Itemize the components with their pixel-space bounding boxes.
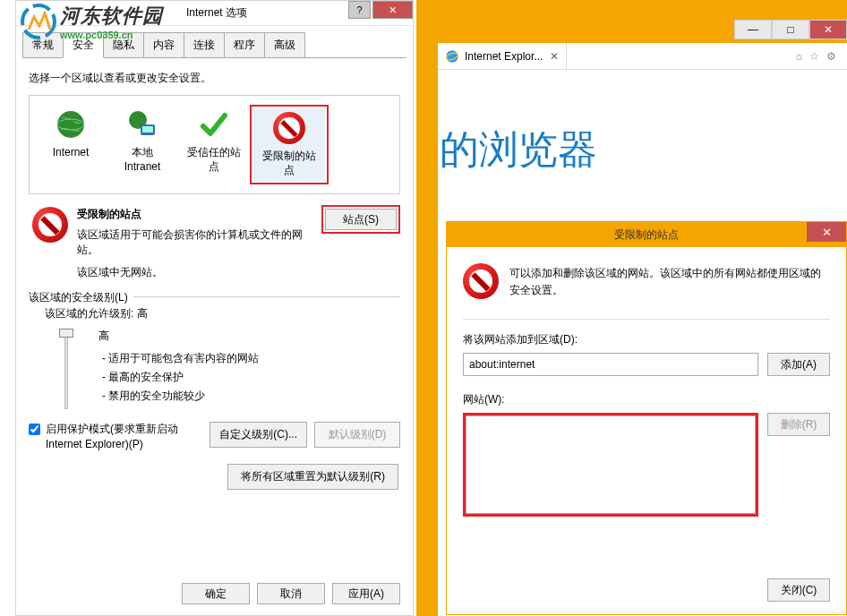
sub-dialog-header: 可以添加和删除该区域的网站。该区域中的所有网站都使用区域的安全设置。 [463,263,830,299]
tab-connections[interactable]: 连接 [184,32,225,57]
apply-button[interactable]: 应用(A) [332,583,400,604]
divider [463,319,830,320]
zone-trusted[interactable]: 受信任的站 点 [178,105,250,184]
globe-icon [55,108,87,141]
minimize-button[interactable]: — [734,20,772,39]
watermark-url: www.pc0359.cn [60,30,163,40]
add-button[interactable]: 添加(A) [767,353,830,376]
zone-label: 受信任的站 点 [178,146,250,174]
sub-dialog-title: 受限制的站点 [614,227,679,243]
security-level-section: 该区域的安全级别(L) 该区域的允许级别: 高 高 - 适用于可能包含有害内容的… [29,296,400,491]
level-name: 高 [98,329,400,344]
zone-detail-note: 该区域中无网站。 [77,265,321,280]
svg-point-3 [57,111,84,138]
home-icon[interactable]: ⌂ [796,50,802,63]
forbidden-icon [273,112,305,144]
zone-detail-title: 受限制的站点 [77,207,321,222]
level-bullet: - 禁用的安全功能较少 [98,389,400,404]
internet-options-dialog: Internet 选项 ? ✕ 常规 安全 隐私 内容 连接 程序 高级 选择一… [15,0,414,616]
zone-detail-panel: 受限制的站点 该区域适用于可能会损害你的计算机或文件的网站。 该区域中无网站。 … [29,207,400,284]
hero-text: 的浏览器 [438,70,847,176]
ok-button[interactable]: 确定 [182,583,250,604]
tab-close-icon[interactable]: ✕ [550,50,559,63]
cancel-button[interactable]: 取消 [257,583,325,604]
dialog-close-button[interactable]: ✕ [372,1,413,19]
security-level-legend: 该区域的安全级别(L) [29,290,133,305]
ie-icon [445,49,459,64]
zone-label: Internet [35,146,107,160]
add-site-label: 将该网站添加到区域(D): [463,332,830,347]
dialog-footer: 确定 取消 应用(A) [182,583,400,604]
site-list[interactable] [466,415,756,514]
checkmark-icon [198,108,230,141]
site-list-label: 网站(W): [463,392,830,407]
highlight-selected-zone: 受限制的站 点 [250,105,329,184]
browser-tabbar: Internet Explor... ✕ ⌂ ☆ ⚙ [438,43,847,70]
security-slider[interactable] [56,329,77,409]
allowed-levels-label: 该区域的允许级别: 高 [45,306,400,321]
maximize-button[interactable]: □ [772,20,809,39]
zone-label: 受限制的站 点 [253,150,325,177]
zone-restricted[interactable]: 受限制的站 点 [253,108,325,181]
security-tab-content: 选择一个区域以查看或更改安全设置。 Internet 本地 Intranet 受… [16,58,413,490]
restricted-sites-dialog: 受限制的站点 ✕ 可以添加和删除该区域的网站。该区域中的所有网站都使用区域的安全… [446,221,847,615]
svg-rect-7 [142,126,153,133]
zone-intranet[interactable]: 本地 Intranet [107,105,178,184]
sub-dialog-close-button[interactable]: ✕ [807,222,846,242]
remove-button[interactable]: 删除(R) [767,413,830,436]
tab-programs[interactable]: 程序 [224,32,265,57]
level-bullet: - 最高的安全保护 [98,370,400,385]
zone-label: 本地 Intranet [107,146,178,174]
protected-mode-label: 启用保护模式(要求重新启动 Internet Explorer)(P) [46,422,210,452]
add-site-input[interactable] [463,353,758,376]
custom-level-button[interactable]: 自定义级别(C)... [210,422,307,448]
level-bullet: - 适用于可能包含有害内容的网站 [98,351,400,366]
tab-advanced[interactable]: 高级 [264,32,305,57]
gear-icon[interactable]: ⚙ [826,50,836,63]
sites-button[interactable]: 站点(S) [325,209,397,230]
forbidden-icon [463,263,499,299]
dialog-title: Internet 选项 [186,5,247,21]
watermark: 河东软件园 www.pc0359.cn [20,3,163,40]
highlight-sites-button: 站点(S) [321,205,400,234]
sub-dialog-titlebar: 受限制的站点 ✕ [447,222,846,247]
default-level-button[interactable]: 默认级别(D) [314,422,400,448]
browser-toolbar-icons: ⌂ ☆ ⚙ [796,50,847,63]
watermark-title: 河东软件园 [60,3,163,30]
browser-tab-title: Internet Explor... [465,50,543,63]
dialog-help-button[interactable]: ? [348,1,371,19]
slider-thumb[interactable] [59,329,73,338]
sub-dialog-description: 可以添加和删除该区域的网站。该区域中的所有网站都使用区域的安全设置。 [509,263,830,299]
browser-tab[interactable]: Internet Explor... ✕ [438,43,567,69]
favorites-icon[interactable]: ☆ [809,50,819,63]
protected-mode-checkbox[interactable]: 启用保护模式(要求重新启动 Internet Explorer)(P) [29,422,210,452]
intranet-icon [126,108,158,141]
zone-instruction: 选择一个区域以查看或更改安全设置。 [29,71,400,86]
reset-all-zones-button[interactable]: 将所有区域重置为默认级别(R) [227,464,398,490]
protected-mode-input[interactable] [29,424,40,435]
watermark-logo [20,3,57,40]
zones-list: Internet 本地 Intranet 受信任的站 点 受限制的站 点 [29,95,400,194]
highlight-site-list [463,413,758,517]
zone-detail-desc: 该区域适用于可能会损害你的计算机或文件的网站。 [77,227,321,258]
close-button[interactable]: 关闭(C) [767,578,830,602]
window-close-button[interactable]: ✕ [809,20,847,39]
zone-internet[interactable]: Internet [35,105,107,184]
svg-point-2 [22,5,55,38]
svg-point-0 [446,50,458,62]
forbidden-icon [32,207,68,243]
window-controls: — □ ✕ [734,20,847,39]
